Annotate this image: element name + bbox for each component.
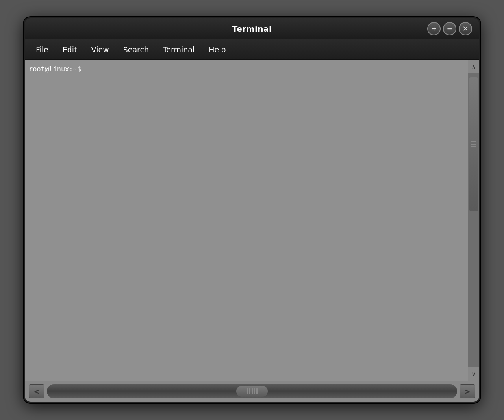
add-tab-button[interactable]: + [427,22,441,35]
window-controls: + − ✕ [427,22,472,35]
window-title: Terminal [232,24,272,33]
scroll-thumb-horizontal[interactable] [236,386,268,397]
scroll-track-vertical[interactable] [468,73,479,367]
scroll-down-icon: ∨ [471,370,476,378]
menu-edit[interactable]: Edit [56,43,84,56]
terminal-prompt: root@linux:~$ [29,65,464,74]
horizontal-scrollbar: < > [25,381,479,402]
scroll-down-button[interactable]: ∨ [468,367,479,381]
menubar: File Edit View Search Terminal Help [25,39,479,60]
grip-line-3 [471,146,476,147]
hgrip-line-5 [256,388,258,394]
menu-file[interactable]: File [29,43,56,56]
titlebar: Terminal + − ✕ [25,18,479,39]
menu-help[interactable]: Help [202,43,233,56]
minimize-button[interactable]: − [443,22,456,35]
scroll-left-icon: < [33,387,39,396]
add-icon: + [431,25,437,32]
minimize-icon: − [447,25,452,32]
vertical-scrollbar: ∧ ∨ [468,60,479,381]
grip-line-1 [471,141,476,142]
scroll-right-icon: > [464,387,470,396]
scroll-thumb-vertical[interactable] [469,77,478,211]
hgrip-line-4 [254,388,255,394]
close-button[interactable]: ✕ [459,22,472,35]
scroll-left-button[interactable]: < [29,384,44,398]
terminal-body[interactable]: root@linux:~$ [25,60,468,381]
menu-search[interactable]: Search [116,43,156,56]
scroll-track-horizontal[interactable] [47,384,457,398]
menu-view[interactable]: View [84,43,116,56]
menu-terminal[interactable]: Terminal [156,43,202,56]
hgrip-line-3 [252,388,253,394]
scroll-up-icon: ∧ [471,63,476,71]
terminal-window: Terminal + − ✕ File Edit View Search Te [24,17,480,403]
close-icon: ✕ [462,25,468,32]
scroll-thumb-grip [471,141,476,147]
content-area: root@linux:~$ ∧ ∨ [25,60,479,381]
hgrip-line-1 [247,388,248,394]
scroll-right-button[interactable]: > [460,384,475,398]
scroll-up-button[interactable]: ∧ [468,60,479,73]
grip-line-2 [471,144,476,145]
hgrip-line-2 [249,388,250,394]
